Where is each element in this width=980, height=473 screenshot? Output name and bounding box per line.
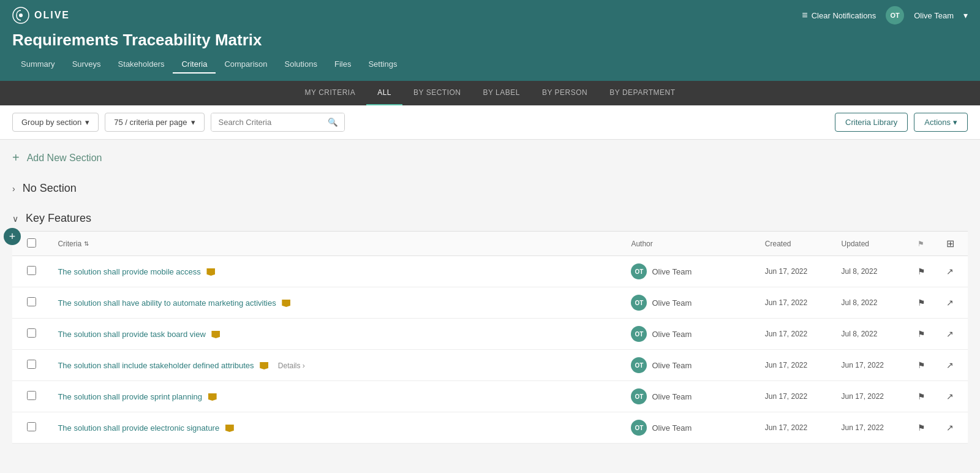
details-link-4[interactable]: Details › (278, 361, 305, 370)
criteria-tbody: The solution shall provide mobile access… (12, 256, 968, 444)
app-logo-text: OLIVE (34, 10, 70, 21)
author-name-3: Olive Team (652, 330, 692, 339)
row-external-cell: ↗ (939, 287, 968, 319)
row-author-cell: OT Olive Team (624, 412, 757, 444)
key-features-expand-icon[interactable]: ∨ (12, 214, 18, 224)
row-external-icon-6[interactable]: ↗ (946, 423, 954, 433)
toolbar-right: Criteria Library Actions ▾ (835, 113, 968, 132)
user-dropdown-icon[interactable]: ▾ (963, 10, 968, 20)
table-row: The solution shall provide mobile access… (12, 256, 968, 287)
row-criteria-cell: The solution shall include stakeholder d… (50, 350, 624, 381)
per-page-dropdown[interactable]: 75 / criteria per page ▾ (105, 113, 204, 132)
nav-comparison[interactable]: Comparison (216, 56, 276, 74)
clear-notifications-button[interactable]: ≡ Clear Notifications (802, 10, 876, 21)
nav-summary[interactable]: Summary (12, 56, 64, 74)
row-flag-cell: ⚑ (910, 412, 939, 444)
add-section-label[interactable]: Add New Section (27, 153, 102, 164)
row-checkbox-4[interactable] (27, 360, 36, 369)
criteria-link-6[interactable]: The solution shall provide electronic si… (58, 423, 219, 433)
row-flag-icon-2[interactable]: ⚑ (918, 298, 925, 308)
row-flag-icon-1[interactable]: ⚑ (918, 267, 925, 276)
main-content: + Add New Section › No Section ∨ Key Fea… (0, 140, 980, 444)
nav-criteria[interactable]: Criteria (173, 56, 216, 74)
tab-all[interactable]: ALL (366, 81, 402, 105)
add-criteria-button[interactable]: + (4, 228, 21, 245)
logo-area: OLIVE (12, 7, 70, 24)
row-flag-icon-6[interactable]: ⚑ (918, 423, 925, 433)
row-criteria-cell: The solution shall have ability to autom… (50, 287, 624, 319)
criteria-link-5[interactable]: The solution shall provide sprint planni… (58, 392, 202, 401)
tab-by-department[interactable]: BY DEPARTMENT (598, 81, 686, 105)
add-section-icon[interactable]: + (12, 151, 20, 165)
criteria-link-4[interactable]: The solution shall include stakeholder d… (58, 361, 254, 370)
criteria-link-1[interactable]: The solution shall provide mobile access (58, 267, 200, 276)
row-external-icon-1[interactable]: ↗ (946, 267, 954, 276)
criteria-sort-button[interactable]: Criteria ⇅ (58, 240, 616, 248)
nav-surveys[interactable]: Surveys (64, 56, 110, 74)
toolbar: Group by section ▾ 75 / criteria per pag… (0, 105, 980, 140)
row-external-cell: ↗ (939, 256, 968, 287)
user-name[interactable]: Olive Team (914, 11, 954, 20)
row-criteria-cell: The solution shall provide task board vi… (50, 319, 624, 350)
nav-menu: Summary Surveys Stakeholders Criteria Co… (12, 56, 968, 74)
row-author-cell: OT Olive Team (624, 287, 757, 319)
author-avatar-5: OT (631, 388, 647, 404)
nav-solutions[interactable]: Solutions (276, 56, 325, 74)
group-by-chevron-icon: ▾ (85, 118, 89, 127)
header-right: ≡ Clear Notifications OT Olive Team ▾ (802, 6, 968, 25)
nav-stakeholders[interactable]: Stakeholders (110, 56, 173, 74)
row-external-cell: ↗ (939, 319, 968, 350)
search-box: 🔍 (211, 113, 345, 132)
row-checkbox-1[interactable] (27, 266, 36, 275)
row-created-cell: Jun 17, 2022 (758, 256, 834, 287)
row-external-icon-4[interactable]: ↗ (946, 360, 954, 370)
row-flag-icon-3[interactable]: ⚑ (918, 329, 925, 339)
row-updated-cell: Jul 8, 2022 (834, 256, 911, 287)
tab-by-section[interactable]: BY SECTION (402, 81, 472, 105)
row-external-cell: ↗ (939, 412, 968, 444)
author-name-5: Olive Team (652, 392, 692, 401)
row-flag-icon-5[interactable]: ⚑ (918, 392, 925, 401)
key-features-title: Key Features (26, 212, 91, 225)
row-flag-cell: ⚑ (910, 287, 939, 319)
criteria-flag-tag (225, 425, 234, 432)
tab-by-label[interactable]: BY LABEL (472, 81, 530, 105)
row-checkbox-cell (12, 256, 50, 287)
no-section-expand-icon[interactable]: › (12, 184, 15, 194)
row-external-icon-2[interactable]: ↗ (946, 298, 954, 308)
nav-files[interactable]: Files (326, 56, 360, 74)
row-checkbox-5[interactable] (27, 391, 36, 400)
nav-settings[interactable]: Settings (360, 56, 405, 74)
search-input[interactable] (211, 113, 322, 131)
actions-button[interactable]: Actions ▾ (914, 113, 968, 132)
row-external-icon-5[interactable]: ↗ (946, 392, 954, 401)
no-section-title: No Section (23, 182, 77, 195)
author-name-1: Olive Team (652, 267, 692, 276)
row-created-cell: Jun 17, 2022 (758, 350, 834, 381)
tab-by-person[interactable]: BY PERSON (531, 81, 598, 105)
row-author-cell: OT Olive Team (624, 319, 757, 350)
row-checkbox-2[interactable] (27, 297, 36, 306)
th-author: Author (624, 232, 757, 256)
group-by-dropdown[interactable]: Group by section ▾ (12, 113, 99, 132)
key-features-row: ∨ Key Features (12, 201, 968, 231)
criteria-table: Criteria ⇅ Author Created Updated ⚑ ⊞ (12, 231, 968, 444)
row-flag-icon-4[interactable]: ⚑ (918, 360, 925, 370)
no-section-row: › No Section (12, 171, 968, 201)
search-button[interactable]: 🔍 (322, 113, 344, 131)
row-checkbox-3[interactable] (27, 328, 36, 338)
tab-my-criteria[interactable]: MY CRITERIA (294, 81, 367, 105)
criteria-library-button[interactable]: Criteria Library (835, 113, 908, 132)
group-by-label: Group by section (21, 118, 81, 127)
select-all-checkbox[interactable] (27, 238, 36, 248)
top-header: OLIVE ≡ Clear Notifications OT Olive Tea… (0, 0, 980, 31)
row-author-cell: OT Olive Team (624, 256, 757, 287)
table-header: Criteria ⇅ Author Created Updated ⚑ ⊞ (12, 232, 968, 256)
row-external-icon-3[interactable]: ↗ (946, 329, 954, 339)
table-row: The solution shall provide sprint planni… (12, 381, 968, 412)
row-checkbox-6[interactable] (27, 422, 36, 431)
row-flag-cell: ⚑ (910, 350, 939, 381)
criteria-link-3[interactable]: The solution shall provide task board vi… (58, 330, 205, 339)
criteria-link-2[interactable]: The solution shall have ability to autom… (58, 298, 276, 308)
per-page-label: 75 / criteria per page (114, 118, 187, 127)
